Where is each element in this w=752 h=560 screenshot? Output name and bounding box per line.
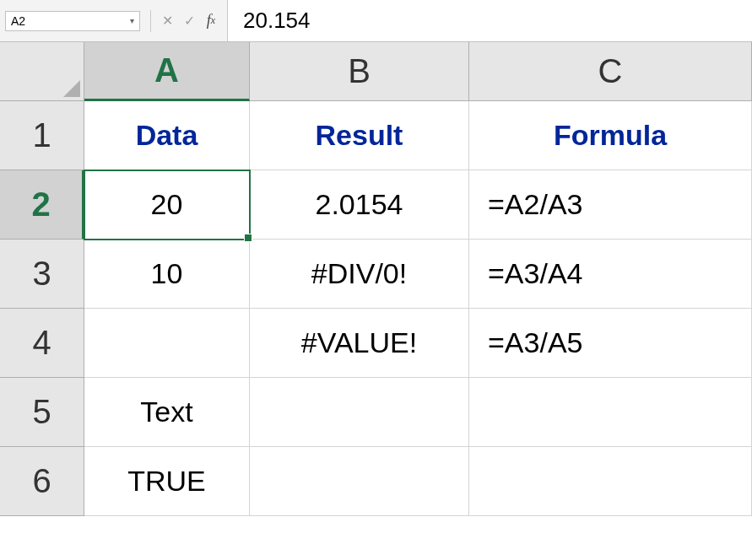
divider [150,10,151,32]
formula-bar: A2 ▾ ✕ ✓ fx 20.154 [0,0,752,42]
cell-A3[interactable]: 10 [84,240,250,309]
row-header-2[interactable]: 2 [0,170,84,240]
name-box[interactable]: A2 ▾ [5,11,140,31]
cell-C4[interactable]: =A3/A5 [469,309,752,378]
row-4: 4 #VALUE! =A3/A5 [0,309,752,378]
row-header-6[interactable]: 6 [0,447,84,516]
row-header-5[interactable]: 5 [0,378,84,447]
insert-function-icon[interactable]: fx [200,10,222,32]
row-1: 1 Data Result Formula [0,101,752,170]
cell-B4[interactable]: #VALUE! [250,309,469,378]
cell-B6[interactable] [250,447,469,516]
row-header-1[interactable]: 1 [0,101,84,170]
spreadsheet-grid: A B C 1 Data Result Formula 2 20 2.0154 … [0,42,752,516]
cell-C2[interactable]: =A2/A3 [469,170,752,240]
cell-B1[interactable]: Result [250,101,469,170]
cell-B5[interactable] [250,378,469,447]
row-6: 6 TRUE [0,447,752,516]
row-header-3[interactable]: 3 [0,240,84,309]
row-3: 3 10 #DIV/0! =A3/A4 [0,240,752,309]
cell-C3[interactable]: =A3/A4 [469,240,752,309]
formula-input-value: 20.154 [243,8,311,34]
cancel-icon[interactable]: ✕ [156,10,178,32]
column-header-C[interactable]: C [469,42,752,101]
formula-input[interactable]: 20.154 [227,0,752,41]
cell-C6[interactable] [469,447,752,516]
select-all-corner[interactable] [0,42,84,101]
cell-A6[interactable]: TRUE [84,447,250,516]
cell-B3[interactable]: #DIV/0! [250,240,469,309]
cell-A5[interactable]: Text [84,378,250,447]
cell-C1[interactable]: Formula [469,101,752,170]
column-header-row: A B C [0,42,752,101]
cell-A4[interactable] [84,309,250,378]
row-2: 2 20 2.0154 =A2/A3 [0,170,752,240]
cell-C5[interactable] [469,378,752,447]
cell-A2[interactable]: 20 [84,170,250,240]
name-box-value: A2 [11,14,25,28]
column-header-B[interactable]: B [250,42,469,101]
row-header-4[interactable]: 4 [0,309,84,378]
row-5: 5 Text [0,378,752,447]
enter-icon[interactable]: ✓ [178,10,200,32]
column-header-A[interactable]: A [84,42,250,101]
name-box-dropdown-icon[interactable]: ▾ [126,15,138,27]
cell-A1[interactable]: Data [84,101,250,170]
cell-B2[interactable]: 2.0154 [250,170,469,240]
